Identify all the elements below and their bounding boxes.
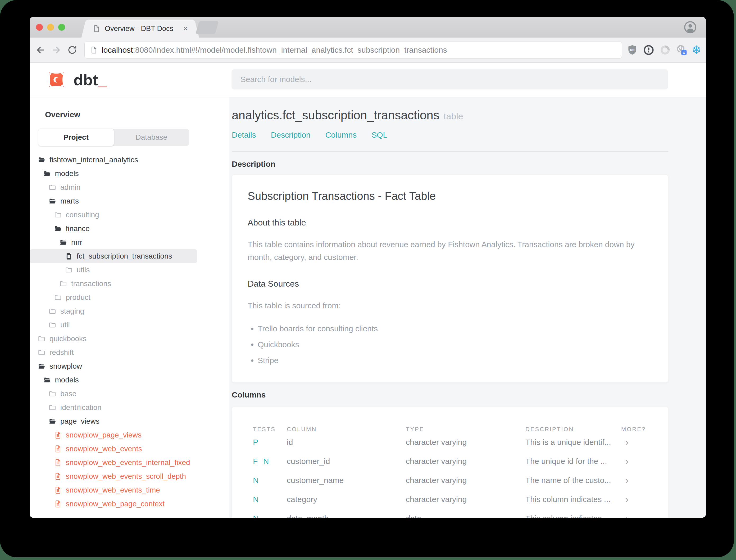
search-input[interactable] <box>232 69 668 89</box>
column-row-customer_name[interactable]: Ncustomer_namecharacter varyingThe name … <box>253 471 652 490</box>
column-header-column: COLUMN <box>287 426 406 433</box>
tree-item-models[interactable]: models <box>30 167 197 180</box>
tree-item-label: fct_subscription_transactions <box>77 252 172 260</box>
tree-item-label: redshift <box>49 348 74 357</box>
main-panel: analytics.fct_subscription_transactionst… <box>229 97 706 518</box>
folder-open-icon <box>43 376 51 384</box>
expand-row-chevron-icon[interactable]: › <box>621 475 652 485</box>
zoom-window-button[interactable] <box>58 24 65 31</box>
swirl-extension-icon[interactable] <box>659 44 671 56</box>
column-description: This column indicates ... <box>525 514 621 518</box>
file-icon <box>54 500 62 508</box>
tree-item-base[interactable]: base <box>30 387 197 401</box>
tree-item-staging[interactable]: staging <box>30 304 197 318</box>
column-row-date_month[interactable]: Ndate_monthdateThis column indicates ...… <box>253 509 652 518</box>
tree-item-utils[interactable]: utils <box>30 263 197 277</box>
sidebar-title: Overview <box>45 110 229 119</box>
browser-tab-strip: Overview - DBT Docs × <box>30 17 706 38</box>
columns-table-header: TESTSCOLUMNTYPEDESCRIPTIONMORE? <box>253 426 652 433</box>
column-name: customer_name <box>287 476 406 485</box>
tab-database[interactable]: Database <box>114 129 189 146</box>
tree-item-label: quickbooks <box>49 335 87 343</box>
column-row-category[interactable]: Ncategorycharacter varyingThis column in… <box>253 490 652 509</box>
power-extension-icon[interactable]: x <box>676 44 687 56</box>
tree-item-util[interactable]: util <box>30 318 197 332</box>
tree-item-label: product <box>66 293 91 302</box>
expand-row-chevron-icon[interactable]: › <box>621 456 652 466</box>
forward-button[interactable] <box>51 44 62 56</box>
dbt-logo-text: dbt_ <box>74 71 107 89</box>
tree-item-snowplow_page_views[interactable]: snowplow_page_views <box>30 428 197 442</box>
tab-project[interactable]: Project <box>38 129 114 146</box>
tree-item-snowplow_web_events_time[interactable]: snowplow_web_events_time <box>30 483 197 497</box>
dbt-logo[interactable]: dbt_ <box>45 68 107 91</box>
tree-item-fct_subscription_transactions[interactable]: fct_subscription_transactions <box>30 249 197 263</box>
tests-badges: N <box>253 476 287 485</box>
tree-item-models[interactable]: models <box>30 373 197 387</box>
tree-item-label: snowplow_web_events <box>66 445 142 453</box>
tab-description[interactable]: Description <box>271 130 311 139</box>
tree-item-snowplow_web_events_internal_fixed[interactable]: snowplow_web_events_internal_fixed <box>30 456 197 469</box>
tree-item-consulting[interactable]: consulting <box>30 208 197 222</box>
column-type: character varying <box>406 457 525 466</box>
tree-item-snowplow_web_events[interactable]: snowplow_web_events <box>30 442 197 456</box>
folder-icon <box>38 349 46 356</box>
reload-button[interactable] <box>67 44 78 56</box>
expand-row-chevron-icon[interactable]: › <box>621 513 652 518</box>
columns-card: TESTSCOLUMNTYPEDESCRIPTIONMORE? Pidchara… <box>232 407 668 518</box>
tree-item-label: mrr <box>71 238 82 247</box>
file-icon <box>54 445 62 453</box>
tree-item-label: staging <box>60 307 84 315</box>
tree-item-label: finance <box>66 224 90 233</box>
column-row-id[interactable]: Pidcharacter varyingThis is a unique ide… <box>253 433 652 452</box>
sidebar-view-switcher: Project Database <box>38 129 189 146</box>
column-row-customer_id[interactable]: F Ncustomer_idcharacter varyingThe uniqu… <box>253 452 652 471</box>
back-button[interactable] <box>35 44 46 56</box>
snowflake-extension-icon[interactable]: ❄ <box>692 44 701 56</box>
tab-details[interactable]: Details <box>232 130 256 139</box>
column-description: This is a unique identif... <box>525 438 621 447</box>
tree-item-product[interactable]: product <box>30 291 197 304</box>
browser-tab[interactable]: Overview - DBT Docs × <box>88 20 193 38</box>
tree-item-identification[interactable]: identification <box>30 401 197 414</box>
tree-item-quickbooks[interactable]: quickbooks <box>30 332 197 346</box>
tree-item-fishtown_internal_analytics[interactable]: fishtown_internal_analytics <box>30 153 197 167</box>
column-description: This column indicates ... <box>525 495 621 504</box>
tree-item-mrr[interactable]: mrr <box>30 236 197 249</box>
tree-item-marts[interactable]: marts <box>30 194 197 208</box>
column-header-tests: TESTS <box>253 426 287 433</box>
column-type: character varying <box>406 476 525 485</box>
tree-item-label: models <box>55 376 79 384</box>
browser-profile-avatar[interactable] <box>684 21 697 34</box>
column-header-more: MORE? <box>621 426 652 433</box>
close-tab-icon[interactable]: × <box>183 24 188 33</box>
new-tab-button[interactable] <box>196 21 219 34</box>
minimize-window-button[interactable] <box>47 24 54 31</box>
file-icon <box>54 486 62 494</box>
tree-item-transactions[interactable]: transactions <box>30 277 197 291</box>
column-header-type: TYPE <box>406 426 525 433</box>
tab-sql[interactable]: SQL <box>371 130 387 139</box>
folder-open-icon <box>43 170 51 178</box>
address-bar[interactable]: localhost:8080/index.html#!/model/model.… <box>85 42 622 58</box>
tree-item-snowplow_web_page_context[interactable]: snowplow_web_page_context <box>30 497 197 511</box>
page-title-suffix: table <box>444 111 463 121</box>
tree-item-label: snowplow_web_events_scroll_depth <box>66 472 186 481</box>
expand-row-chevron-icon[interactable]: › <box>621 494 652 504</box>
close-window-button[interactable] <box>36 24 43 31</box>
tree-item-snowplow_web_events_scroll_depth[interactable]: snowplow_web_events_scroll_depth <box>30 469 197 483</box>
tests-badges: N <box>253 495 287 504</box>
onepassword-extension-icon[interactable] <box>643 44 654 56</box>
page-icon <box>90 46 98 54</box>
tree-item-admin[interactable]: admin <box>30 180 197 194</box>
tree-item-finance[interactable]: finance <box>30 222 197 236</box>
expand-row-chevron-icon[interactable]: › <box>621 437 652 447</box>
ublock-extension-icon[interactable]: uo <box>626 44 638 56</box>
tree-item-redshift[interactable]: redshift <box>30 346 197 359</box>
tab-columns[interactable]: Columns <box>326 130 357 139</box>
tree-item-label: base <box>60 390 76 398</box>
tree-item-label: models <box>55 169 79 178</box>
tree-item-snowplow[interactable]: snowplow <box>30 359 197 373</box>
about-heading: About this table <box>248 218 651 228</box>
tree-item-page_views[interactable]: page_views <box>30 414 197 428</box>
